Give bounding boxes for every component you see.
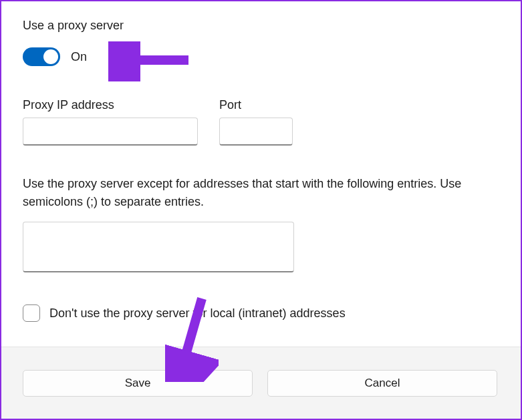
ip-label: Proxy IP address — [23, 98, 198, 112]
port-label: Port — [219, 98, 293, 112]
proxy-toggle[interactable] — [23, 47, 60, 66]
local-bypass-label: Don't use the proxy server for local (in… — [49, 306, 346, 321]
exceptions-input[interactable] — [23, 222, 294, 272]
proxy-ip-input[interactable] — [23, 118, 198, 146]
toggle-knob — [43, 49, 58, 64]
address-port-row: Proxy IP address Port — [23, 98, 499, 146]
port-group: Port — [219, 98, 293, 146]
exceptions-description: Use the proxy server except for addresse… — [23, 175, 499, 211]
toggle-row: On — [23, 47, 499, 66]
toggle-state-label: On — [71, 50, 87, 64]
cancel-button[interactable]: Cancel — [267, 370, 497, 397]
proxy-settings-panel: Use a proxy server On Proxy IP address P… — [1, 1, 521, 335]
local-bypass-checkbox[interactable] — [23, 304, 40, 322]
section-title: Use a proxy server — [23, 19, 499, 33]
local-bypass-row: Don't use the proxy server for local (in… — [23, 304, 499, 322]
ip-group: Proxy IP address — [23, 98, 198, 146]
dialog-footer: Save Cancel — [1, 347, 521, 419]
save-button[interactable]: Save — [23, 370, 253, 397]
proxy-port-input[interactable] — [219, 118, 293, 146]
